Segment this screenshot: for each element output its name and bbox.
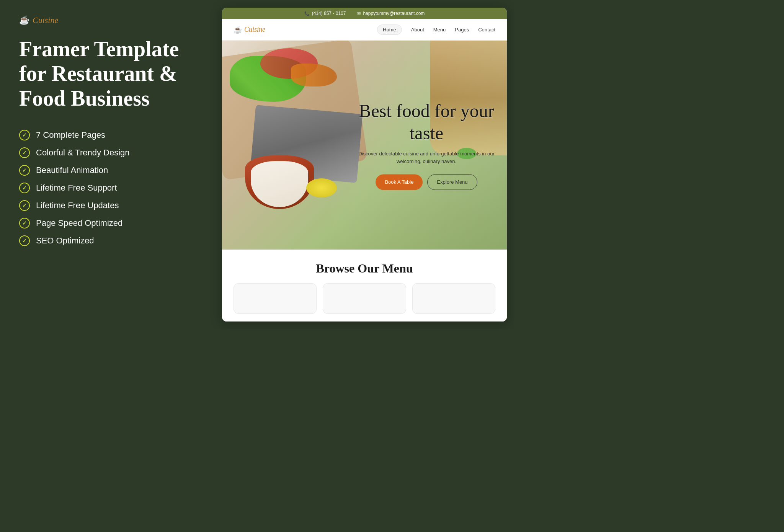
feature-speed: Page Speed Optimized xyxy=(19,218,203,228)
check-icon-seo xyxy=(19,235,30,246)
phone-icon: 📞 xyxy=(304,11,310,16)
feature-colorful-design: Colorful & Trendy Design xyxy=(19,147,203,158)
bowl-inner xyxy=(251,161,308,207)
hero-buttons: Book A Table Explore Menu xyxy=(358,175,495,190)
feature-complete-pages: 7 Complete Pages xyxy=(19,130,203,140)
nav-link-pages[interactable]: Pages xyxy=(455,27,469,33)
phone-number: (414) 857 - 0107 xyxy=(312,11,346,16)
feature-seo: SEO Optimized xyxy=(19,235,203,246)
nav-brand-icon: ☕ xyxy=(234,26,242,34)
browse-title: Browse Our Menu xyxy=(234,261,495,276)
feature-text-updates: Lifetime Free Updates xyxy=(36,201,119,211)
check-icon-updates xyxy=(19,200,30,211)
check-icon-colorful-design xyxy=(19,147,30,158)
check-icon-complete-pages xyxy=(19,130,30,140)
feature-support: Lifetime Free Support xyxy=(19,183,203,193)
nav-brand: ☕ Cuisine xyxy=(234,26,265,34)
brand-name: Cuisine xyxy=(33,15,58,25)
feature-text-complete-pages: 7 Complete Pages xyxy=(36,130,105,140)
feature-text-support: Lifetime Free Support xyxy=(36,183,117,193)
check-icon-support xyxy=(19,183,30,193)
brand-icon: ☕ xyxy=(19,15,29,25)
menu-cards xyxy=(234,283,495,314)
feature-animation: Beautiful Animation xyxy=(19,165,203,176)
main-headline: Framer Template for Restaurant & Food Bu… xyxy=(19,37,203,111)
hero-title: Best food for your taste xyxy=(358,100,495,144)
brand-logo: ☕ Cuisine xyxy=(19,15,203,25)
menu-card-1 xyxy=(234,283,317,314)
email-address: happytummy@restaurant.com xyxy=(363,11,425,16)
feature-text-speed: Page Speed Optimized xyxy=(36,218,122,228)
hero-content: Best food for your taste Discover delect… xyxy=(358,100,495,190)
nav-links: Home About Menu Pages Contact xyxy=(377,24,495,35)
feature-updates: Lifetime Free Updates xyxy=(19,200,203,211)
check-icon-speed xyxy=(19,218,30,228)
features-list: 7 Complete Pages Colorful & Trendy Desig… xyxy=(19,130,203,246)
menu-card-3 xyxy=(412,283,495,314)
hero-section: Best food for your taste Discover delect… xyxy=(222,41,507,250)
feature-text-seo: SEO Optimized xyxy=(36,236,94,246)
nav-link-contact[interactable]: Contact xyxy=(478,27,495,33)
explore-menu-button[interactable]: Explore Menu xyxy=(427,175,477,190)
nav-link-about[interactable]: About xyxy=(411,27,424,33)
email-icon: ✉ xyxy=(357,11,361,16)
feature-text-animation: Beautiful Animation xyxy=(36,165,108,175)
nav-bar: ☕ Cuisine Home About Menu Pages Contact xyxy=(222,19,507,41)
website-preview: 📞 (414) 857 - 0107 ✉ happytummy@restaura… xyxy=(222,8,507,321)
bowl xyxy=(245,155,314,209)
left-panel: ☕ Cuisine Framer Template for Restaurant… xyxy=(0,0,222,329)
book-table-button[interactable]: Book A Table xyxy=(376,175,423,190)
feature-text-colorful-design: Colorful & Trendy Design xyxy=(36,148,130,158)
hero-subtitle: Discover delectable cuisine and unforget… xyxy=(358,150,495,165)
nav-brand-name: Cuisine xyxy=(244,26,265,34)
browse-section: Browse Our Menu xyxy=(222,250,507,321)
menu-card-2 xyxy=(323,283,406,314)
top-bar: 📞 (414) 857 - 0107 ✉ happytummy@restaura… xyxy=(222,8,507,19)
nav-link-menu[interactable]: Menu xyxy=(433,27,446,33)
top-bar-phone: 📞 (414) 857 - 0107 xyxy=(304,11,346,16)
nav-link-home[interactable]: Home xyxy=(377,24,402,35)
check-icon-animation xyxy=(19,165,30,176)
top-bar-email: ✉ happytummy@restaurant.com xyxy=(357,11,425,16)
